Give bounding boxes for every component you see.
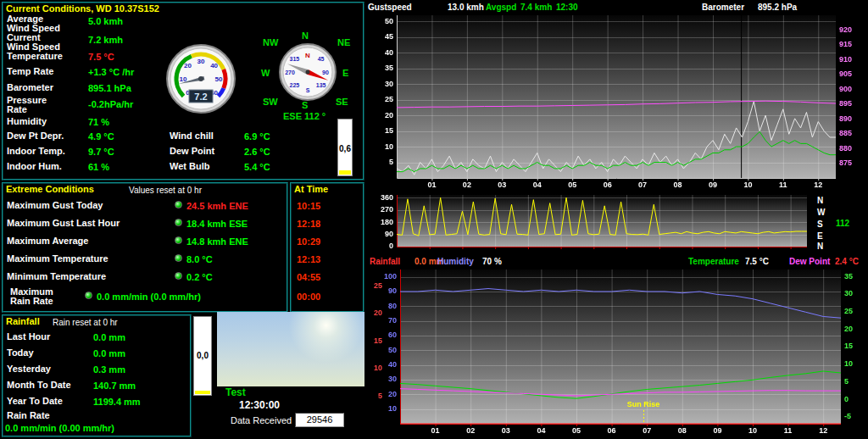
max-temperature-time: 12:13 <box>297 254 320 264</box>
compass-hub <box>306 70 310 75</box>
led-icon <box>175 219 182 226</box>
wind-chart-titlebar: Gustspeed 13.0 kmh Avgspd 7.4 kmh 12:30 … <box>366 2 866 13</box>
rain-month-value: 140.7 mm <box>93 381 136 391</box>
compass-315: 315 <box>290 56 300 62</box>
max-gust-hour-time: 12:18 <box>297 219 320 229</box>
compass-s: S <box>306 87 310 93</box>
pressure-rate-value: -0.2hPa/hr <box>88 99 133 109</box>
rain-rate-value: 0.0 mm/min (0.00 mm/hr) <box>5 423 114 433</box>
at-time-title: At Time <box>294 184 328 194</box>
indoor-humidity-label: Indoor Hum. <box>7 162 62 171</box>
compass-45: 45 <box>318 56 325 62</box>
wind-direction-compass: N 45 90 135 S 225 270 315 <box>278 42 337 102</box>
avg-wind-value: 5.0 kmh <box>88 16 123 26</box>
compass-around-se: SE <box>336 97 348 107</box>
wind-bar-value: 0,6 <box>338 144 352 153</box>
wind-direction-chart: N W S E N 112 <box>366 193 866 254</box>
temp-humidity-plot <box>366 267 866 437</box>
wind-bar-fill <box>339 170 351 175</box>
temperature-chart-label: Temperature <box>688 257 739 266</box>
wind-direction-reading: ESE 112 ° <box>283 111 326 121</box>
compass-around-s: S <box>302 100 308 110</box>
led-icon <box>175 254 182 262</box>
rain-year-label: Year To Date <box>7 397 63 406</box>
dir-letter-n-top: N <box>817 196 823 205</box>
max-average-label: Maximum Average <box>7 236 88 246</box>
rain-last-hour-value: 0.0 mm <box>93 332 125 342</box>
compass-270: 270 <box>285 69 295 75</box>
weather-display-window: Current Conditions, WD 10.37S152 Average… <box>0 0 868 439</box>
temp-chart-titlebar: Rainfall 0.0 mm Humidity 70 % Temperatur… <box>366 256 866 267</box>
max-average-value: 14.8 kmh ENE <box>186 236 248 247</box>
sky-condition-image <box>217 312 364 386</box>
humidity-label: Humidity <box>7 117 47 126</box>
rain-month-label: Month To Date <box>7 381 71 390</box>
dir-letter-n-bottom: N <box>817 242 823 251</box>
extreme-conditions-panel: Extreme Conditions Values reset at 0 hr … <box>2 182 288 313</box>
avgspd-value: 7.4 kmh <box>520 3 552 12</box>
extreme-conditions-title: Extreme Conditions <box>6 184 94 194</box>
humidity-chart-label: Humidity <box>437 257 474 266</box>
wind-chill-label: Wind chill <box>170 131 214 141</box>
rain-today-value: 0.0 mm <box>93 348 125 358</box>
rain-bar-value: 0,0 <box>194 351 211 360</box>
temp-rate-label: Temp Rate <box>7 67 53 76</box>
compass-around-e: E <box>342 68 348 78</box>
chart-time: 12:30 <box>556 3 578 12</box>
compass-around-n: N <box>302 31 309 41</box>
compass-225: 225 <box>290 82 300 88</box>
max-temperature-label: Maximum Temperature <box>7 254 108 264</box>
rainfall-title: Rainfall <box>6 316 40 326</box>
gustspeed-value: 13.0 kmh <box>448 3 484 12</box>
barometer-value: 895.1 hPa <box>88 83 131 93</box>
rain-rate-label: Rain Rate <box>7 411 50 420</box>
dew-point-value: 2.6 °C <box>244 147 270 157</box>
barometer-chart-label: Barometer <box>702 3 744 12</box>
rain-last-hour-label: Last Hour <box>7 332 50 342</box>
rainfall-panel: Rainfall Rain reset at 0 hr Last Hour 0.… <box>2 314 192 437</box>
led-icon <box>175 236 182 244</box>
gauge-lcd-value: 7.2 <box>194 92 207 102</box>
gustspeed-label: Gustspeed <box>368 3 412 12</box>
wet-bulb-value: 5.4 °C <box>244 162 270 172</box>
max-gust-today-value: 24.5 kmh ENE <box>186 201 248 211</box>
compass-around-w: W <box>261 68 270 78</box>
rainfall-subtitle: Rain reset at 0 hr <box>53 318 118 327</box>
dew-depression-label: Dew Pt Depr. <box>7 131 64 141</box>
avg-wind-label: Average Wind Speed <box>7 14 60 33</box>
gauge-hub <box>198 76 203 81</box>
min-temperature-label: Minimum Temperature <box>7 272 106 281</box>
led-icon <box>85 292 92 299</box>
indoor-humidity-value: 61 % <box>88 162 109 172</box>
dew-point-chart-label: Dew Point <box>789 257 830 266</box>
data-received-value: 29546 <box>295 413 344 427</box>
indoor-temp-label: Indoor Temp. <box>7 147 65 156</box>
humidity-value: 71 % <box>88 117 109 127</box>
rain-bar-gauge: 0,0 <box>193 316 212 396</box>
max-gust-hour-value: 18.4 kmh ESE <box>186 219 248 229</box>
max-average-time: 10:29 <box>297 236 320 247</box>
dir-letter-s: S <box>817 220 823 229</box>
cur-wind-value: 7.2 kmh <box>88 35 123 45</box>
rain-today-label: Today <box>7 348 34 358</box>
rain-bar-fill <box>195 391 210 394</box>
station-time: 12:30:00 <box>239 399 280 411</box>
temperature-chart-value: 7.5 °C <box>745 257 769 266</box>
rain-year-value: 1199.4 mm <box>93 397 141 407</box>
current-conditions-title: Current Conditions, WD 10.37S152 <box>6 3 159 14</box>
data-received-label: Data Received <box>231 415 292 425</box>
max-gust-today-time: 10:15 <box>297 201 320 211</box>
cur-wind-label: Current Wind Speed <box>7 33 60 52</box>
current-direction-value: 112 <box>836 219 849 228</box>
pressure-rate-label: Pressure Rate <box>7 96 47 114</box>
station-name: Test <box>225 386 246 398</box>
temperature-label: Temperature <box>7 52 63 61</box>
max-rain-rate-label: Maximum Rain Rate <box>10 287 53 306</box>
max-gust-hour-label: Maximum Gust Last Hour <box>7 219 120 228</box>
temp-humidity-chart: Rainfall 0.0 mm Humidity 70 % Temperatur… <box>366 256 866 437</box>
temperature-value: 7.5 °C <box>88 52 114 62</box>
rain-yesterday-value: 0.3 mm <box>93 364 125 375</box>
wind-direction-plot <box>366 193 809 254</box>
extreme-subtitle: Values reset at 0 hr <box>129 186 202 195</box>
dir-letter-w: W <box>817 208 825 217</box>
